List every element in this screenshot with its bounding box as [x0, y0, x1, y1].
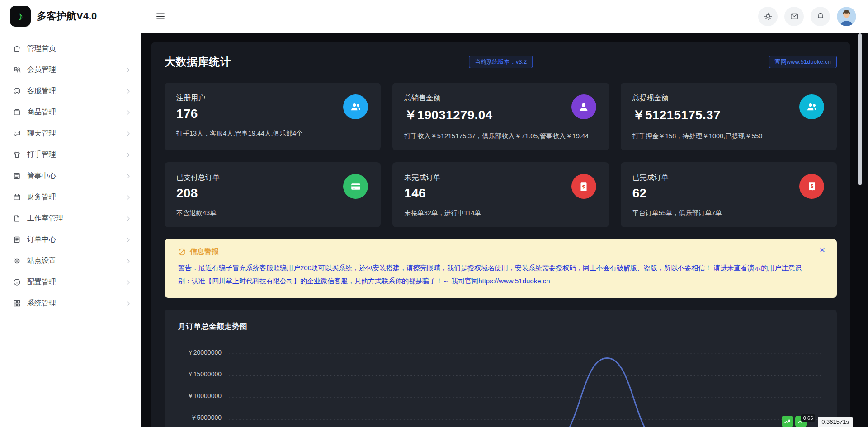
- y-tick-label: ￥20000000: [187, 349, 222, 357]
- stat-card-unfinished-orders: 未完成订单 146 未接单32单，进行中114单 $: [392, 162, 609, 227]
- stat-desc: 不含退款43单: [176, 209, 369, 217]
- stat-label: 总提现金额: [632, 94, 825, 103]
- sidebar-item-label: 聊天管理: [27, 129, 56, 138]
- steward-icon: [12, 172, 21, 180]
- stat-value: 208: [176, 186, 369, 201]
- sidebar-item-label: 站点设置: [27, 256, 56, 266]
- sidebar-item-studio[interactable]: 工作室管理: [0, 208, 141, 229]
- chart-card: 月订单总金额走势图 ￥20000000 ￥15000000 ￥10000000 …: [165, 310, 837, 427]
- customer-service-icon: [12, 87, 21, 95]
- stat-card-total-withdraw: 总提现金额 ￥51215175.37 打手押金￥158，待处理￥1000,已提现…: [621, 83, 837, 150]
- sidebar-item-config[interactable]: 配置管理: [0, 272, 141, 293]
- mail-icon: [790, 12, 799, 21]
- sidebar-item-label: 管事中心: [27, 171, 56, 181]
- goods-icon: [12, 108, 21, 117]
- debug-trace-icon[interactable]: [782, 416, 793, 427]
- alert-text: 警告：最近有骗子冒充系统客服欺骗用户200块可以买系统，还包安装搭建，请擦亮眼睛…: [178, 261, 808, 288]
- stat-desc: 打手13人，客服4人,管事19.44人,俱乐部4个: [176, 129, 369, 138]
- chevron-right-icon: [125, 300, 132, 307]
- alert-title: 信息警报: [190, 247, 219, 257]
- y-tick-label: ￥5000000: [190, 414, 222, 422]
- order-trend-line-chart: 1月2月3月4月5月6月7月8月9月10月11月12月: [229, 352, 823, 427]
- y-tick-label: ￥15000000: [187, 371, 222, 379]
- sidebar-item-label: 打手管理: [27, 150, 56, 160]
- main-content: 大数据库统计 当前系统版本：v3.2 官网www.51duoke.cn 注册用户…: [141, 33, 868, 427]
- chevron-right-icon: [125, 173, 132, 179]
- stat-value: 62: [632, 186, 825, 201]
- stat-value: 146: [404, 186, 597, 201]
- sidebar-item-site-settings[interactable]: 站点设置: [0, 250, 141, 272]
- users-icon: [799, 94, 824, 119]
- sidebar-item-boosters[interactable]: 打手管理: [0, 144, 141, 165]
- stat-label: 注册用户: [176, 94, 369, 103]
- order-icon: [12, 235, 21, 244]
- studio-icon: [12, 214, 21, 223]
- sidebar-item-goods[interactable]: 商品管理: [0, 102, 141, 123]
- stat-card-finished-orders: 已完成订单 62 平台订单55单，俱乐部订单7单 $: [621, 162, 837, 227]
- sidebar-item-system[interactable]: 系统管理: [0, 293, 141, 314]
- stat-value: ￥19031279.04: [404, 107, 597, 124]
- home-icon: [12, 44, 21, 53]
- version-badge: 当前系统版本：v3.2: [469, 56, 533, 68]
- theme-toggle-button[interactable]: [758, 7, 778, 26]
- stat-label: 总销售金额: [404, 94, 597, 103]
- menu-toggle-button[interactable]: [153, 9, 168, 24]
- chevron-right-icon: [125, 67, 132, 73]
- sidebar-item-label: 订单中心: [27, 235, 56, 244]
- chevron-right-icon: [125, 109, 132, 116]
- sidebar-item-members[interactable]: 会员管理: [0, 59, 141, 80]
- alert-banner: 信息警报 警告：最近有骗子冒充系统客服欺骗用户200块可以买系统，还包安装搭建，…: [165, 239, 837, 298]
- sidebar-item-finance[interactable]: 财务管理: [0, 187, 141, 208]
- notifications-button[interactable]: [811, 7, 830, 26]
- sidebar-item-chat[interactable]: 聊天管理: [0, 123, 141, 144]
- messages-button[interactable]: [784, 7, 804, 26]
- receipt-icon: $: [799, 174, 824, 199]
- chevron-right-icon: [125, 279, 132, 286]
- sidebar-item-label: 商品管理: [27, 108, 56, 117]
- dashboard-panel: 大数据库统计 当前系统版本：v3.2 官网www.51duoke.cn 注册用户…: [151, 42, 850, 427]
- hamburger-icon: [156, 11, 165, 21]
- sidebar-item-customer-service[interactable]: 客服管理: [0, 80, 141, 102]
- user-avatar[interactable]: [837, 7, 856, 26]
- sidebar-item-label: 财务管理: [27, 192, 56, 202]
- panel-header: 大数据库统计 当前系统版本：v3.2 官网www.51duoke.cn: [165, 55, 837, 69]
- sun-icon: [764, 12, 773, 21]
- chevron-right-icon: [125, 131, 132, 137]
- users-icon: [343, 94, 368, 119]
- alert-header: 信息警报: [178, 247, 808, 257]
- sidebar-item-label: 客服管理: [27, 86, 56, 96]
- stat-desc: 未接单32单，进行中114单: [404, 209, 597, 217]
- debug-count-badge: 0.65: [801, 414, 815, 422]
- main-scrollbar[interactable]: [858, 33, 862, 185]
- circle-slash-icon: [178, 248, 186, 256]
- stat-card-total-sales: 总销售金额 ￥19031279.04 打手收入￥51215175.37，俱乐部收…: [392, 83, 609, 150]
- finance-icon: [12, 193, 21, 202]
- chevron-right-icon: [125, 258, 132, 264]
- sidebar-item-orders[interactable]: 订单中心: [0, 229, 141, 250]
- topbar-actions: [758, 7, 856, 26]
- stat-value: 176: [176, 107, 369, 121]
- sidebar-item-home[interactable]: 管理首页: [0, 38, 141, 59]
- page-title: 大数据库统计: [165, 55, 231, 69]
- svg-text:$: $: [810, 183, 813, 188]
- chart-plot: 1月2月3月4月5月6月7月8月9月10月11月12月: [229, 352, 823, 427]
- debug-toolbar: 0.65 0.361571s: [779, 414, 853, 427]
- sidebar-menu: 管理首页 会员管理 客服管理 商品管理 聊天管理: [0, 33, 141, 314]
- sidebar-item-label: 管理首页: [27, 44, 56, 53]
- bill-icon: $: [571, 174, 596, 199]
- chart-area: ￥20000000 ￥15000000 ￥10000000 ￥5000000 ￥…: [178, 352, 823, 427]
- chevron-right-icon: [125, 88, 132, 94]
- sidebar: ♪ 多客护航V4.0 管理首页 会员管理 客服管理 商品管理: [0, 0, 141, 427]
- stat-card-registered-users: 注册用户 176 打手13人，客服4人,管事19.44人,俱乐部4个: [165, 83, 381, 150]
- topbar: [141, 0, 868, 33]
- sidebar-item-steward[interactable]: 管事中心: [0, 165, 141, 187]
- y-tick-label: ￥10000000: [187, 392, 222, 400]
- booster-icon: [12, 150, 21, 159]
- site-link-badge[interactable]: 官网www.51duoke.cn: [769, 56, 837, 68]
- chevron-right-icon: [125, 237, 132, 243]
- paycard-icon: [343, 174, 368, 199]
- alert-close-button[interactable]: ×: [817, 244, 828, 255]
- svg-text:$: $: [582, 183, 585, 189]
- member-icon: [571, 94, 596, 119]
- chat-icon: [12, 129, 21, 138]
